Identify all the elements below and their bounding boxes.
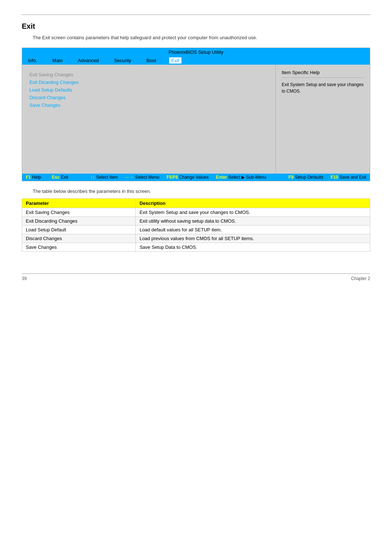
parameter-table: Parameter Description Exit Saving Change…: [22, 198, 370, 252]
table-cell-desc: Exit utility without saving setup data t…: [136, 217, 370, 226]
table-row: Save ChangesSave Setup Data to CMOS.: [22, 243, 370, 252]
bios-menu-item-boot[interactable]: Boot: [144, 57, 158, 64]
f5f6-label: F5/F6: [167, 175, 178, 180]
table-row: Load Setup DefaultLoad default values fo…: [22, 226, 370, 234]
table-cell-param: Load Setup Default: [22, 226, 136, 234]
footer-row: 39 Chapter 2: [22, 276, 370, 281]
f9-key: F9 Setup Defaults: [289, 175, 323, 180]
bios-left-panel: Exit Saving Changes Exit Dicarding Chang…: [22, 65, 275, 174]
f1-desc: Help: [32, 175, 41, 180]
bios-right-panel: Item Specific Help Exit System Setup and…: [275, 65, 370, 174]
status-left: F1 Help Esc Exit: [26, 175, 68, 180]
lr-arrows-key: ←→ Select Menu: [125, 175, 159, 180]
f5f6-desc: Change Values: [179, 175, 209, 180]
page-title: Exit: [22, 22, 370, 31]
arrows-label: ↑↓: [90, 175, 95, 180]
table-cell-param: Discard Changes: [22, 234, 136, 243]
f10-desc: Save and Exit: [339, 175, 366, 180]
table-cell-desc: Exit System Setup and save your changes …: [136, 208, 370, 217]
bios-menu-item-exit[interactable]: Exit: [169, 57, 181, 64]
bios-entry-exit-saving[interactable]: Exit Saving Changes: [29, 72, 268, 77]
status-right: F9 Setup Defaults F10 Save and Exit: [289, 175, 366, 180]
status-center: ↑↓ Select Item ←→ Select Menu F5/F6 Chan…: [90, 175, 266, 180]
bios-entry-save-changes[interactable]: Save Changes: [29, 102, 268, 108]
bios-menu-item-info[interactable]: Info.: [26, 57, 39, 64]
chapter-label: Chapter 2: [351, 276, 370, 281]
intro-text: The Exit screen contains parameters that…: [33, 35, 370, 40]
bios-menu-item-advanced[interactable]: Advanced: [75, 57, 101, 64]
bios-status-bar: F1 Help Esc Exit ↑↓ Select Item ←→ Selec…: [22, 174, 370, 181]
table-cell-desc: Save Setup Data to CMOS.: [136, 243, 370, 252]
esc-desc: Exit: [61, 175, 68, 180]
arrows-desc: Select Item: [96, 175, 118, 180]
esc-label: Esc: [52, 175, 60, 180]
page-number: 39: [22, 276, 26, 281]
bios-menu-item-security[interactable]: Security: [112, 57, 133, 64]
bios-container: PhoenixBIOS Setup Utility Info. Main Adv…: [22, 48, 370, 181]
table-cell-desc: Load previous values from CMOS for all S…: [136, 234, 370, 243]
footer-divider: [22, 274, 370, 274]
table-cell-desc: Load default values for all SETUP item.: [136, 226, 370, 234]
f9-desc: Setup Defaults: [295, 175, 323, 180]
table-cell-param: Save Changes: [22, 243, 136, 252]
bios-menu-item-main[interactable]: Main: [50, 57, 65, 64]
bios-body: Exit Saving Changes Exit Dicarding Chang…: [22, 65, 370, 174]
bios-entry-exit-discarding[interactable]: Exit Dicarding Changes: [29, 80, 268, 85]
table-cell-param: Exit Discarding Changes: [22, 217, 136, 226]
col-header-parameter: Parameter: [22, 199, 136, 208]
table-row: Exit Discarding ChangesExit utility with…: [22, 217, 370, 226]
table-cell-param: Exit Saving Changes: [22, 208, 136, 217]
col-header-description: Description: [136, 199, 370, 208]
top-divider: [22, 15, 370, 15]
f10-key: F10 Save and Exit: [331, 175, 366, 180]
bios-menu-bar: Info. Main Advanced Security Boot Exit: [22, 56, 370, 65]
f10-label: F10: [331, 175, 338, 180]
f5f6-key: F5/F6 Change Values: [167, 175, 209, 180]
bios-title-bar: PhoenixBIOS Setup Utility: [22, 48, 370, 56]
bios-entry-load-defaults[interactable]: Load Setup Defaults: [29, 87, 268, 93]
f1-label: F1: [26, 175, 31, 180]
enter-desc: Select ▶ Sub-Menu: [228, 175, 266, 180]
enter-key: Enter Select ▶ Sub-Menu: [216, 175, 266, 180]
enter-label: Enter: [216, 175, 227, 180]
help-text: Exit System Setup and save your changes …: [282, 81, 364, 94]
f1-key: F1 Help: [26, 175, 41, 180]
help-title: Item Specific Help: [282, 70, 364, 78]
f9-label: F9: [289, 175, 294, 180]
table-row: Discard ChangesLoad previous values from…: [22, 234, 370, 243]
bios-entry-discard-changes[interactable]: Discard Changes: [29, 95, 268, 100]
table-row: Exit Saving ChangesExit System Setup and…: [22, 208, 370, 217]
table-header-row: Parameter Description: [22, 199, 370, 208]
esc-key: Esc Exit: [52, 175, 68, 180]
lr-arrows-desc: Select Menu: [135, 175, 159, 180]
desc-below-text: The table below describes the parameters…: [33, 189, 370, 194]
lr-arrows-label: ←→: [125, 175, 134, 180]
arrows-key: ↑↓ Select Item: [90, 175, 118, 180]
